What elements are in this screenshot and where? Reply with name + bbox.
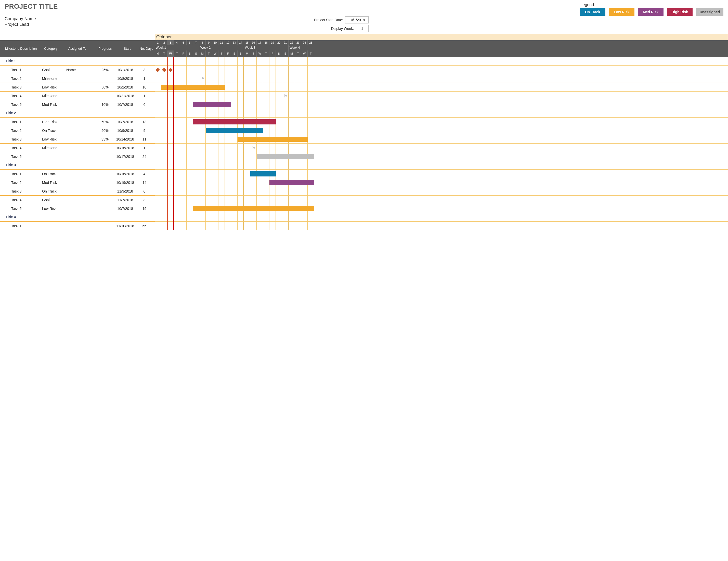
col-category: Category: [44, 47, 68, 50]
task-name: Task 1: [0, 224, 42, 228]
task-days: 1: [136, 94, 153, 98]
gantt-bar[interactable]: [269, 180, 314, 185]
task-row[interactable]: Task 5Low Risk10/7/201819: [0, 204, 155, 213]
gantt-section-row: [155, 161, 728, 169]
section-title: Title 2: [0, 109, 155, 117]
task-row[interactable]: Task 4Milestone10/16/20181: [0, 143, 155, 152]
cal-dow: T: [161, 50, 167, 57]
col-start: Start: [116, 47, 138, 50]
task-row[interactable]: Task 111/10/201855: [0, 221, 155, 230]
gantt-bar[interactable]: [257, 154, 314, 159]
task-category: High Risk: [42, 120, 66, 124]
cal-dow: M: [244, 50, 250, 57]
cal-dow: S: [276, 50, 282, 57]
section-title: Title 3: [0, 161, 155, 169]
task-row[interactable]: Task 510/17/201824: [0, 152, 155, 161]
task-start: 10/19/2018: [114, 180, 136, 185]
task-category: On Track: [42, 128, 66, 133]
cal-dow: W: [301, 50, 308, 57]
gantt-row: [155, 204, 728, 213]
task-category: Med Risk: [42, 102, 66, 107]
cal-dow: F: [180, 50, 187, 57]
cal-daynum: 15: [244, 40, 250, 45]
company-name: Company Name: [5, 16, 36, 21]
task-start: 10/17/2018: [114, 154, 136, 159]
cal-daynum: 16: [250, 40, 257, 45]
cal-dow: M: [155, 50, 161, 57]
task-row[interactable]: Task 1GoalName25%10/1/20183: [0, 65, 155, 74]
task-name: Task 4: [0, 94, 42, 98]
cal-daynum: 3: [167, 40, 174, 45]
cal-daynum: 10: [212, 40, 218, 45]
gantt-bar[interactable]: [206, 128, 263, 133]
task-row[interactable]: Task 3Low Risk33%10/14/201811: [0, 135, 155, 143]
gantt-bar[interactable]: [161, 85, 225, 90]
cal-daynum: 14: [238, 40, 244, 45]
gantt-row: [155, 126, 728, 135]
goal-diamond-icon: [162, 68, 166, 72]
gantt-bar[interactable]: [193, 206, 314, 211]
task-name: Task 2: [0, 180, 42, 185]
gantt-bar[interactable]: [193, 119, 276, 124]
gantt-bar[interactable]: [193, 102, 231, 107]
cal-dow: S: [193, 50, 199, 57]
task-row[interactable]: Task 5Med Risk10%10/7/20186: [0, 100, 155, 109]
task-row[interactable]: Task 2Med Risk10/19/201814: [0, 178, 155, 187]
task-row[interactable]: Task 1High Risk60%10/7/201813: [0, 117, 155, 126]
task-start: 11/10/2018: [114, 224, 136, 228]
task-days: 14: [136, 180, 153, 185]
gantt-row: ⚑: [155, 143, 728, 152]
task-row[interactable]: Task 3On Track11/3/20186: [0, 187, 155, 195]
task-category: Med Risk: [42, 180, 66, 185]
task-start: 10/8/2018: [114, 76, 136, 81]
task-start: 10/16/2018: [114, 146, 136, 150]
milestone-flag-icon: ⚑: [284, 94, 287, 98]
gantt-row: [155, 187, 728, 195]
gantt-row: [155, 152, 728, 161]
cal-daynum: 18: [263, 40, 269, 45]
legend-item-on-track: On Track: [580, 8, 605, 16]
task-start: 10/2/2018: [114, 85, 136, 89]
cal-dow: W: [212, 50, 218, 57]
table-header: Milestone Description Category Assigned …: [0, 40, 155, 57]
task-row[interactable]: Task 2On Track50%10/9/20189: [0, 126, 155, 135]
cal-dow: M: [199, 50, 206, 57]
section-title: Title 4: [0, 213, 155, 221]
gantt-bar[interactable]: [238, 137, 308, 142]
gantt-section-row: [155, 57, 728, 65]
start-date-label: Project Start Date:: [314, 18, 343, 22]
gantt-bar[interactable]: [250, 171, 276, 176]
task-days: 9: [136, 128, 153, 133]
task-start: 10/7/2018: [114, 206, 136, 211]
task-row[interactable]: Task 3Low Risk50%10/2/201810: [0, 83, 155, 91]
task-row[interactable]: Task 4Goal11/7/20183: [0, 195, 155, 204]
gantt-row: [155, 83, 728, 91]
task-row[interactable]: Task 4Milestone10/21/20181: [0, 91, 155, 100]
cal-week-label: Week 1: [155, 45, 199, 50]
display-week-input[interactable]: 1: [356, 25, 369, 32]
cal-daynum: 6: [187, 40, 193, 45]
cal-daynum: 24: [301, 40, 308, 45]
cal-dow: S: [231, 50, 238, 57]
month-header: October: [155, 34, 728, 40]
gantt-section-row: [155, 109, 728, 117]
task-name: Task 3: [0, 137, 42, 141]
start-date-input[interactable]: 10/1/2018: [345, 16, 369, 23]
cal-dow: W: [257, 50, 263, 57]
legend-item-med-risk: Med Risk: [638, 8, 664, 16]
task-row[interactable]: Task 1On Track10/16/20184: [0, 169, 155, 178]
goal-diamond-icon: [156, 68, 160, 72]
gantt-row: ⚑: [155, 74, 728, 83]
cal-daynum: 22: [289, 40, 295, 45]
cal-daynum: 19: [269, 40, 276, 45]
cal-daynum: 12: [225, 40, 231, 45]
task-start: 10/21/2018: [114, 94, 136, 98]
task-category: Milestone: [42, 76, 66, 81]
task-row[interactable]: Task 2Milestone10/8/20181: [0, 74, 155, 83]
task-name: Task 5: [0, 206, 42, 211]
task-name: Task 5: [0, 154, 42, 159]
task-days: 3: [136, 198, 153, 202]
cal-week-label: Week 2: [199, 45, 244, 50]
cal-daynum: 2: [161, 40, 167, 45]
task-category: On Track: [42, 189, 66, 193]
